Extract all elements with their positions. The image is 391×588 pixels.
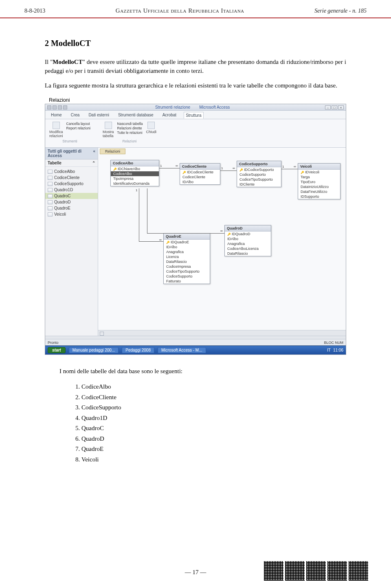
quick-access-toolbar (47, 105, 67, 109)
list-item: QuadroC (81, 423, 346, 434)
qr-icon (306, 561, 326, 581)
list-item: CodiceCliente (81, 392, 346, 403)
navigation-pane[interactable]: Tutti gli oggetti di Access« Tabelle⌃ Co… (45, 148, 98, 336)
window-controls: –□× (325, 105, 344, 109)
list-item: Veicoli (81, 455, 346, 465)
table-box[interactable]: QuadroD IDQuadroD IDAlbo Anagrafica Codi… (224, 225, 271, 256)
header-date: 8-8-2013 (24, 8, 45, 14)
nav-item[interactable]: QuadroE (45, 205, 98, 211)
btn-relazioni-dirette[interactable]: Relazioni dirette (117, 126, 143, 130)
btn-modifica-relazioni[interactable]: Modifica relazioni (49, 122, 63, 138)
qr-codes (264, 561, 368, 581)
btn-tutte-relazioni[interactable]: Tutte le relazioni (117, 131, 143, 135)
list-item: QuadroE (81, 444, 346, 455)
header-series: Serie generale - n. 185 (314, 8, 367, 14)
nav-item[interactable]: CodiceAlbo (45, 168, 98, 175)
section-title: 2 ModelloCT (45, 39, 346, 48)
task-button[interactable]: Microsoft Access - M... (158, 347, 206, 353)
workspace: Tutti gli oggetti di Access« Tabelle⌃ Co… (45, 148, 346, 336)
nav-table-list: CodiceAlbo CodiceCliente CodiceSupporto … (45, 167, 98, 219)
list-item: CodiceAlbo (81, 382, 346, 392)
title-tool-names: Strumenti relazione Microsoft Access (155, 105, 230, 109)
nav-item[interactable]: Veicoli (45, 211, 98, 217)
table-name-list: CodiceAlbo CodiceCliente CodiceSupporto … (81, 382, 346, 465)
tab-acrobat[interactable]: Acrobat (161, 112, 178, 119)
chevron-down-icon[interactable]: « (93, 149, 95, 158)
system-tray: IT 11:06 (327, 348, 343, 352)
table-box[interactable]: CodiceSupporto IDCodiceSupporto CodiceSu… (237, 161, 281, 187)
page-header: 8-8-2013 Gazzetta Ufficiale della Repubb… (0, 0, 391, 18)
task-button[interactable]: Pedaggi 2008 (122, 347, 154, 353)
qr-icon (327, 561, 347, 581)
list-item: Quadro1D (81, 413, 346, 424)
figure-label: Relazioni (49, 97, 346, 103)
paragraph-1: Il "ModelloCT" deve essere utilizzato da… (45, 58, 346, 76)
qr-icon (264, 561, 283, 581)
relationships-canvas[interactable]: Relazioni CodiceAlbo IDChiaveAlbo Codice… (98, 148, 346, 336)
nav-item[interactable]: Quadro1D (45, 187, 98, 193)
btn-chiudi[interactable]: Chiudi (146, 122, 156, 138)
header-publication: Gazzetta Ufficiale della Repubblica Ital… (116, 7, 244, 14)
access-screenshot: Strumenti relazione Microsoft Access –□×… (45, 104, 346, 355)
start-button[interactable]: start (48, 347, 66, 353)
outer-scrollbar[interactable] (45, 336, 346, 339)
ribbon-tabs: Home Crea Dati esterni Strumenti databas… (45, 111, 346, 119)
titlebar: Strumenti relazione Microsoft Access –□× (45, 104, 346, 111)
tab-dati-esterni[interactable]: Dati esterni (87, 112, 111, 119)
collapse-icon[interactable]: ⌃ (92, 161, 95, 165)
table-box[interactable]: Veicoli IDVeicoli Targa TipoEuro DataIni… (298, 163, 340, 199)
tab-home[interactable]: Home (49, 112, 64, 119)
horizontal-scrollbar[interactable] (98, 330, 346, 336)
tab-crea[interactable]: Crea (69, 112, 81, 119)
qr-icon (349, 561, 368, 581)
task-button[interactable]: Manuale pedaggi 200... (69, 347, 119, 353)
ribbon: Modifica relazioni Cancella layout Repor… (45, 119, 346, 148)
paragraph-2: La figura seguente mostra la struttura g… (45, 81, 346, 90)
tab-struttura[interactable]: Struttura (184, 112, 203, 119)
nav-item[interactable]: CodiceSupporto (45, 181, 98, 187)
list-item: QuadroD (81, 434, 346, 444)
nav-item[interactable]: CodiceCliente (45, 175, 98, 181)
after-paragraph: I nomi delle tabelle del data base sono … (45, 367, 346, 376)
btn-mostra-tabella[interactable]: Mostra tabella (103, 122, 114, 138)
tab-strumenti-db[interactable]: Strumenti database (116, 112, 155, 119)
btn-cancella-layout[interactable]: Cancella layout (66, 122, 91, 126)
windows-taskbar: start Manuale pedaggi 200... Pedaggi 200… (45, 345, 346, 354)
btn-report-relazioni[interactable]: Report relazioni (66, 126, 91, 130)
qr-icon (285, 561, 305, 581)
nav-item[interactable]: QuadroD (45, 199, 98, 205)
btn-nascondi-tabella[interactable]: Nascondi tabella (117, 122, 143, 126)
nav-item[interactable]: QuadroC (45, 193, 98, 199)
table-box[interactable]: CodiceCliente IDCodiceCliente CodiceClie… (180, 163, 220, 185)
table-box[interactable]: CodiceAlbo IDChiaveAlbo CodiceAlbo TipoI… (110, 160, 159, 186)
table-box[interactable]: QuadroE IDQuadroE IDAlbo Anagrafica Lice… (163, 233, 210, 284)
status-bar: Pronto BLOC NUM (45, 339, 346, 345)
list-item: CodiceSupporto (81, 402, 346, 413)
canvas-tab[interactable]: Relazioni (100, 149, 125, 154)
